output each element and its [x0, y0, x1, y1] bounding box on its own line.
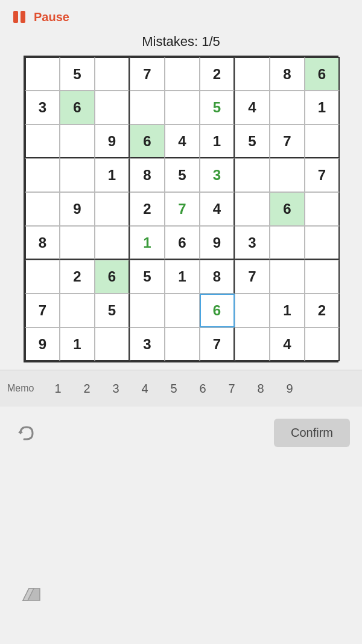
cell-r5-c6[interactable]: 4: [200, 192, 235, 226]
num-btn-6[interactable]: 6: [189, 375, 216, 402]
cell-r9-c7[interactable]: [235, 327, 270, 361]
cell-r5-c9[interactable]: [305, 192, 340, 226]
cell-r4-c9[interactable]: 7: [305, 158, 340, 192]
cell-r7-c1[interactable]: [25, 260, 60, 294]
num-btn-3[interactable]: 3: [103, 375, 129, 402]
cell-r5-c4[interactable]: 2: [130, 192, 165, 226]
svg-marker-2: [18, 430, 23, 433]
cell-r3-c7[interactable]: 5: [235, 124, 270, 158]
cell-r7-c4[interactable]: 5: [130, 260, 165, 294]
cell-r8-c3[interactable]: 5: [95, 294, 130, 327]
cell-r8-c5[interactable]: [165, 294, 200, 327]
num-btn-2[interactable]: 2: [74, 375, 100, 402]
cell-r2-c1[interactable]: 3: [25, 91, 60, 124]
memo-label: Memo: [7, 383, 37, 394]
cell-r4-c8[interactable]: [270, 158, 305, 192]
cell-r8-c6[interactable]: 6: [200, 294, 235, 327]
cell-r2-c9[interactable]: 1: [305, 91, 340, 124]
cell-r8-c2[interactable]: [60, 294, 95, 327]
cell-r7-c6[interactable]: 8: [200, 260, 235, 294]
cell-r4-c4[interactable]: 8: [130, 158, 165, 192]
cell-r8-c9[interactable]: 2: [305, 294, 340, 327]
cell-r8-c4[interactable]: [130, 294, 165, 327]
cell-r3-c9[interactable]: [305, 124, 340, 158]
cell-r2-c5[interactable]: [165, 91, 200, 124]
cell-r3-c2[interactable]: [60, 124, 95, 158]
cell-r8-c7[interactable]: [235, 294, 270, 327]
cell-r3-c1[interactable]: [25, 124, 60, 158]
cell-r9-c2[interactable]: 1: [60, 327, 95, 361]
cell-r6-c1[interactable]: 8: [25, 226, 60, 260]
cell-r1-c5[interactable]: [165, 57, 200, 91]
cell-r6-c3[interactable]: [95, 226, 130, 260]
cell-r5-c3[interactable]: [95, 192, 130, 226]
header: Pause: [0, 0, 362, 34]
cell-r3-c5[interactable]: 4: [165, 124, 200, 158]
cell-r1-c3[interactable]: [95, 57, 130, 91]
cell-r8-c8[interactable]: 1: [270, 294, 305, 327]
cell-r2-c3[interactable]: [95, 91, 130, 124]
cell-r7-c2[interactable]: 2: [60, 260, 95, 294]
cell-r1-c7[interactable]: [235, 57, 270, 91]
cell-r2-c2[interactable]: 6: [60, 91, 95, 124]
eraser-area[interactable]: [18, 579, 45, 608]
cell-r2-c7[interactable]: 4: [235, 91, 270, 124]
pause-button[interactable]: [10, 7, 29, 27]
mistakes-display: Mistakes: 1/5: [0, 34, 362, 50]
cell-r8-c1[interactable]: 7: [25, 294, 60, 327]
num-btn-9[interactable]: 9: [276, 375, 303, 402]
cell-r5-c7[interactable]: [235, 192, 270, 226]
cell-r2-c8[interactable]: [270, 91, 305, 124]
cell-r4-c5[interactable]: 5: [165, 158, 200, 192]
cell-r6-c8[interactable]: [270, 226, 305, 260]
num-btn-4[interactable]: 4: [132, 375, 158, 402]
num-btn-1[interactable]: 1: [45, 375, 71, 402]
cell-r9-c5[interactable]: [165, 327, 200, 361]
cell-r1-c9[interactable]: 6: [305, 57, 340, 91]
action-row: Confirm: [0, 409, 362, 457]
cell-r6-c2[interactable]: [60, 226, 95, 260]
cell-r4-c2[interactable]: [60, 158, 95, 192]
cell-r3-c8[interactable]: 7: [270, 124, 305, 158]
cell-r4-c3[interactable]: 1: [95, 158, 130, 192]
undo-button[interactable]: [12, 420, 39, 446]
cell-r7-c7[interactable]: 7: [235, 260, 270, 294]
cell-r5-c1[interactable]: [25, 192, 60, 226]
cell-r6-c6[interactable]: 9: [200, 226, 235, 260]
cell-r6-c7[interactable]: 3: [235, 226, 270, 260]
cell-r9-c3[interactable]: [95, 327, 130, 361]
cell-r9-c8[interactable]: 4: [270, 327, 305, 361]
cell-r7-c9[interactable]: [305, 260, 340, 294]
cell-r1-c8[interactable]: 8: [270, 57, 305, 91]
num-btn-5[interactable]: 5: [160, 375, 187, 402]
cell-r1-c4[interactable]: 7: [130, 57, 165, 91]
cell-r7-c3[interactable]: 6: [95, 260, 130, 294]
cell-r9-c6[interactable]: 7: [200, 327, 235, 361]
cell-r4-c6[interactable]: 3: [200, 158, 235, 192]
cell-r5-c2[interactable]: 9: [60, 192, 95, 226]
cell-r6-c5[interactable]: 6: [165, 226, 200, 260]
cell-r7-c8[interactable]: [270, 260, 305, 294]
cell-r4-c1[interactable]: [25, 158, 60, 192]
cell-r6-c4[interactable]: 1: [130, 226, 165, 260]
cell-r9-c4[interactable]: 3: [130, 327, 165, 361]
cell-r5-c8[interactable]: 6: [270, 192, 305, 226]
cell-r3-c3[interactable]: 9: [95, 124, 130, 158]
num-btn-7[interactable]: 7: [218, 375, 245, 402]
cell-r5-c5[interactable]: 7: [165, 192, 200, 226]
confirm-button[interactable]: Confirm: [274, 419, 350, 447]
num-btn-8[interactable]: 8: [247, 375, 274, 402]
cell-r2-c6[interactable]: 5: [200, 91, 235, 124]
cell-r6-c9[interactable]: [305, 226, 340, 260]
cell-r1-c6[interactable]: 2: [200, 57, 235, 91]
cell-r3-c6[interactable]: 1: [200, 124, 235, 158]
cell-r3-c4[interactable]: 6: [130, 124, 165, 158]
sudoku-grid-wrapper: 5728636541964157185379274681693265187756…: [10, 56, 352, 362]
cell-r1-c2[interactable]: 5: [60, 57, 95, 91]
cell-r2-c4[interactable]: [130, 91, 165, 124]
cell-r1-c1[interactable]: [25, 57, 60, 91]
cell-r4-c7[interactable]: [235, 158, 270, 192]
cell-r7-c5[interactable]: 1: [165, 260, 200, 294]
cell-r9-c9[interactable]: [305, 327, 340, 361]
cell-r9-c1[interactable]: 9: [25, 327, 60, 361]
